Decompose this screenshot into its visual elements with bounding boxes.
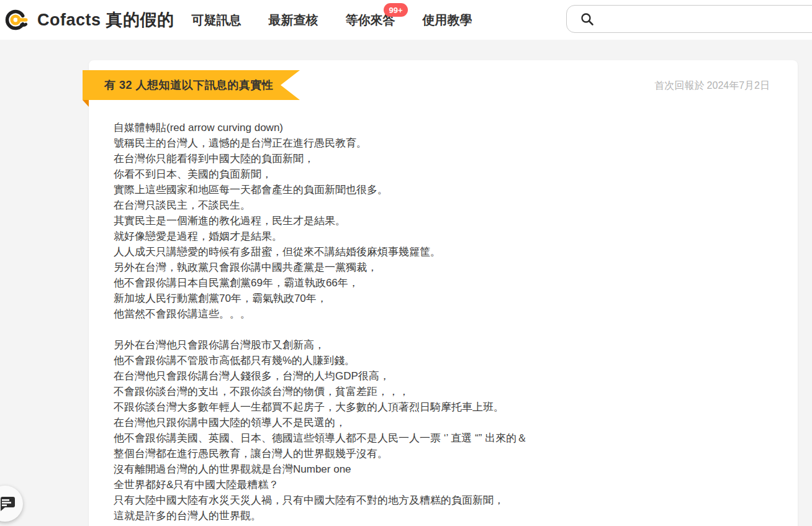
suspicious-message-text: 自媒體轉貼(red arrow curving down) 號稱民主的台灣人，遺…	[114, 120, 773, 524]
cofacts-logo-icon	[4, 6, 31, 34]
nav-item-waiting-for-you[interactable]: 等你來答 99+	[346, 12, 395, 29]
nav-item-suspicious-messages[interactable]: 可疑訊息	[192, 12, 241, 29]
ribbon-banner: 有 32 人想知道以下訊息的真實性	[83, 70, 300, 100]
first-reported-date: 首次回報於 2024年7月2日	[654, 79, 770, 93]
cofacts-logo[interactable]: Cofacts 真的假的	[4, 6, 174, 34]
unanswered-count-badge: 99+	[384, 3, 407, 17]
message-card: 有 32 人想知道以下訊息的真實性 首次回報於 2024年7月2日 自媒體轉貼(…	[89, 60, 798, 526]
page-body: 有 32 人想知道以下訊息的真實性 首次回報於 2024年7月2日 自媒體轉貼(…	[0, 40, 812, 526]
nav-item-latest-checks[interactable]: 最新查核	[269, 12, 318, 29]
nav-item-tutorial[interactable]: 使用教學	[423, 12, 472, 29]
speech-bubble-icon	[0, 495, 17, 512]
main-nav: 可疑訊息 最新查核 等你來答 99+ 使用教學	[192, 12, 472, 29]
search-input[interactable]	[595, 6, 812, 32]
top-navbar: Cofacts 真的假的 可疑訊息 最新查核 等你來答 99+ 使用教學	[0, 0, 812, 40]
search-box[interactable]	[566, 5, 812, 33]
brand-title: Cofacts 真的假的	[37, 9, 174, 31]
ribbon-fold	[83, 100, 89, 107]
ribbon-label: 有 32 人想知道以下訊息的真實性	[104, 78, 274, 93]
search-icon	[580, 12, 595, 27]
